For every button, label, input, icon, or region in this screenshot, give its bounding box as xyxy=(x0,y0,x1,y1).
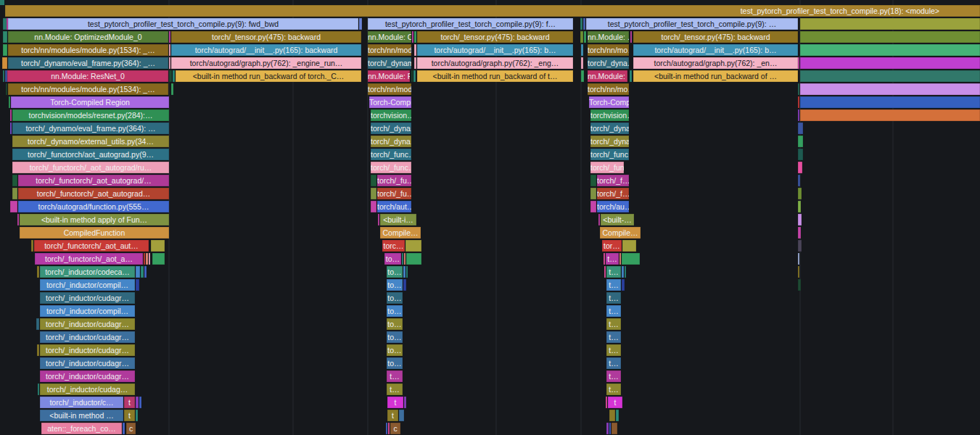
flame-frame-sliver[interactable] xyxy=(413,70,416,82)
flame-frame-sliver[interactable] xyxy=(630,70,632,82)
flame-frame-sliver[interactable] xyxy=(622,266,624,278)
flame-frame-sliver[interactable] xyxy=(386,423,387,434)
flame-frame-sliver[interactable] xyxy=(414,44,416,56)
flame-frame-sliver[interactable] xyxy=(9,96,10,108)
flame-frame[interactable]: nn.Module: … xyxy=(588,70,627,82)
flame-frame-sliver[interactable] xyxy=(584,31,586,43)
flame-frame[interactable]: t… xyxy=(606,344,621,356)
flame-frame[interactable]: nn.Module: O… xyxy=(368,31,411,43)
flame-frame-sliver[interactable] xyxy=(798,201,801,212)
flame-frame-sliver[interactable] xyxy=(606,423,609,434)
flame-frame[interactable]: torch/_functorch/_aot_autograd/… xyxy=(18,175,169,186)
flame-frame-sliver[interactable] xyxy=(3,31,7,43)
flame-frame-sliver[interactable] xyxy=(625,266,626,278)
flame-frame[interactable]: t… xyxy=(606,318,621,330)
flame-frame[interactable]: torch/_inductor/cudagr… xyxy=(40,292,135,304)
flame-frame-sliver[interactable] xyxy=(800,31,980,43)
flame-frame[interactable]: torch/_f… xyxy=(597,175,629,186)
flame-frame-sliver[interactable] xyxy=(169,57,170,69)
flame-frame[interactable]: to… xyxy=(384,253,401,265)
flame-frame[interactable]: torch/autograd/__init__.py(165): b… xyxy=(417,44,573,56)
flame-frame-sliver[interactable] xyxy=(622,253,640,265)
flame-frame-sliver[interactable] xyxy=(0,0,4,5)
flame-frame[interactable]: t… xyxy=(606,384,621,395)
flame-frame-sliver[interactable] xyxy=(604,253,605,265)
flame-frame[interactable]: t xyxy=(387,397,403,408)
flame-frame-sliver[interactable] xyxy=(406,266,408,278)
flame-frame[interactable]: torch/_inductor/codeca… xyxy=(40,266,135,278)
flame-frame-sliver[interactable] xyxy=(171,83,173,95)
flame-frame-sliver[interactable] xyxy=(800,70,980,82)
flame-frame-sliver[interactable] xyxy=(604,266,606,278)
flame-frame[interactable]: c xyxy=(126,423,136,434)
flame-frame[interactable]: t… xyxy=(606,357,621,369)
flame-frame[interactable]: torch/autograd/__init__.py(165): backwar… xyxy=(171,44,361,56)
flame-frame[interactable]: torch/nn/modules/module.py(1534): _… xyxy=(8,83,168,95)
flame-frame-sliver[interactable] xyxy=(371,175,376,186)
flame-frame-sliver[interactable] xyxy=(798,279,801,291)
flame-frame-sliver[interactable] xyxy=(580,31,583,43)
flame-frame-sliver[interactable] xyxy=(151,240,165,252)
flame-frame-sliver[interactable] xyxy=(152,253,165,265)
flame-frame-sliver[interactable] xyxy=(136,397,139,408)
flame-frame[interactable]: t… xyxy=(606,266,621,278)
flame-frame-sliver[interactable] xyxy=(414,57,416,69)
flame-frame-sliver[interactable] xyxy=(10,109,12,121)
flame-frame-sliver[interactable] xyxy=(136,266,140,278)
flamegraph-canvas[interactable]: test_pytorch_profiler_test_torch_compile… xyxy=(0,0,980,435)
flame-frame[interactable]: torch/_inductor/cudagr… xyxy=(40,370,135,382)
flame-frame-sliver[interactable] xyxy=(136,410,138,421)
flame-frame[interactable]: Torch-Compi… xyxy=(369,96,411,108)
flame-frame[interactable]: torch/_fu… xyxy=(377,175,411,186)
flame-frame[interactable]: <built-in method apply of Fun… xyxy=(20,214,169,225)
flame-frame-sliver[interactable] xyxy=(414,31,416,43)
flame-frame[interactable]: t… xyxy=(606,279,621,291)
flame-frame[interactable]: torch/_func… xyxy=(371,162,411,173)
flame-frame-sliver[interactable] xyxy=(144,253,145,265)
flame-frame[interactable]: <built-in method run_backward of … xyxy=(633,70,798,82)
flame-frame[interactable]: test_pytorch_profiler_test_torch_compile… xyxy=(368,18,573,30)
flame-frame-sliver[interactable] xyxy=(581,44,583,56)
flame-frame[interactable]: torchvision/models/resnet.py(284):… xyxy=(12,109,169,121)
flame-frame-sliver[interactable] xyxy=(798,175,800,186)
flame-frame-sliver[interactable] xyxy=(141,266,144,278)
flame-frame-sliver[interactable] xyxy=(403,266,405,278)
flame-frame[interactable]: torch/_dyna… xyxy=(590,123,629,134)
flame-frame-sliver[interactable] xyxy=(622,279,625,291)
flame-frame-sliver[interactable] xyxy=(798,109,799,121)
flame-frame-sliver[interactable] xyxy=(800,18,980,30)
flame-frame[interactable]: to… xyxy=(387,292,403,304)
flame-frame[interactable]: torch/_functorch/_aot_autograd/ru… xyxy=(12,162,169,173)
flame-frame-sliver[interactable] xyxy=(590,188,596,199)
flame-frame-sliver[interactable] xyxy=(2,57,7,69)
flame-frame-sliver[interactable] xyxy=(173,70,175,82)
flame-frame-sliver[interactable] xyxy=(36,318,39,330)
flame-frame[interactable]: torch/_fu… xyxy=(377,188,411,199)
flame-frame[interactable]: torch/_dyna… xyxy=(371,136,411,147)
flame-frame-sliver[interactable] xyxy=(149,253,150,265)
flame-frame[interactable]: torch/_inductor/cudagr… xyxy=(40,318,135,330)
flame-frame-sliver[interactable] xyxy=(371,188,376,199)
flame-frame[interactable]: test_pytorch_profiler_test_torch_compile… xyxy=(5,5,980,17)
flame-frame[interactable]: t… xyxy=(387,370,403,382)
flame-frame-sliver[interactable] xyxy=(619,253,621,265)
flame-frame[interactable]: torch/_dynam… xyxy=(368,57,411,69)
flame-frame-sliver[interactable] xyxy=(798,149,803,160)
flame-frame-sliver[interactable] xyxy=(798,266,799,278)
flame-frame[interactable]: aten::_foreach_co… xyxy=(41,423,122,434)
flame-frame[interactable]: test_pytorch_profiler_test_torch_compile… xyxy=(8,18,358,30)
flame-frame[interactable]: torch/_functorch/_aot_autograd… xyxy=(18,188,169,199)
flame-frame[interactable]: t… xyxy=(606,292,621,304)
flame-frame-sliver[interactable] xyxy=(405,240,421,252)
flame-frame[interactable]: Torch-Compi… xyxy=(589,96,629,108)
flame-frame[interactable]: torch/_dyna… xyxy=(588,57,629,69)
flame-frame[interactable]: torch/nn/mod… xyxy=(368,44,411,56)
flame-frame[interactable]: torch/_dyna… xyxy=(371,123,411,134)
flame-frame-sliver[interactable] xyxy=(3,44,7,56)
flame-frame-sliver[interactable] xyxy=(10,123,12,134)
flame-frame-sliver[interactable] xyxy=(146,253,148,265)
flame-frame-sliver[interactable] xyxy=(412,31,413,43)
flame-frame[interactable]: torch/_inductor/cudagr… xyxy=(40,344,135,356)
flame-frame[interactable]: t xyxy=(387,410,398,421)
flame-frame[interactable]: Compile… xyxy=(600,227,641,239)
